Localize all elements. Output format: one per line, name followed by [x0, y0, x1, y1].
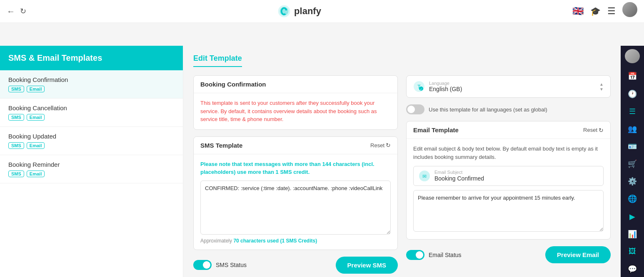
sms-info-text: Please note that text messages with more… [200, 160, 391, 176]
sms-template-header: SMS Template Reset ↻ [194, 137, 397, 154]
sms-badge: SMS [8, 142, 24, 149]
email-template-desc: Edit email subject & body text below. By… [413, 145, 604, 161]
sms-char-num: 70 [233, 238, 239, 244]
email-template-body: Edit email subject & body text below. By… [407, 139, 610, 239]
edit-template-title: Edit Template [193, 54, 242, 67]
badge-row: SMS Email [8, 142, 175, 149]
sidebar-item-booking-cancellation[interactable]: Booking Cancellation SMS Email [0, 99, 183, 127]
sidebar-title: SMS & Email Templates [8, 53, 102, 62]
topbar: ← ↻ planfy 🇬🇧 🎓 ☰ [0, 0, 644, 23]
sms-footer: SMS Status Preview SMS [193, 257, 398, 274]
email-body-textarea[interactable]: Please remember to arrive for your appoi… [413, 190, 604, 232]
chat-icon[interactable]: 💬 [624, 261, 641, 277]
sms-badge: SMS [8, 114, 24, 121]
user-avatar[interactable] [625, 49, 640, 63]
graduation-icon[interactable]: 🎓 [590, 6, 601, 16]
brand-name: planfy [294, 6, 321, 17]
email-badge: Email [27, 171, 45, 177]
email-status-row: Email Status [406, 250, 462, 260]
clock-icon[interactable]: 🕐 [624, 86, 641, 101]
svg-point-2 [285, 9, 287, 11]
left-panel: Booking Confirmation This template is se… [193, 75, 398, 274]
image-icon[interactable]: 🖼 [624, 244, 641, 260]
booking-confirmation-title: Booking Confirmation [200, 81, 266, 88]
sms-status-label: SMS Status [216, 262, 247, 268]
email-template-card: Email Template Reset ↻ Edit email subjec… [406, 121, 611, 240]
globe-icon[interactable]: 🌐 [624, 191, 641, 207]
email-footer: Email Status Preview Email [406, 246, 611, 263]
back-button[interactable]: ← [7, 7, 15, 16]
email-subject-box: ✉ Email Subject Booking Confirmed [413, 166, 604, 186]
email-subject-icon: ✉ [419, 170, 430, 182]
brand: planfy [277, 5, 321, 18]
svg-text:✉: ✉ [422, 173, 427, 179]
sms-template-title: SMS Template [200, 142, 242, 149]
right-sidebar: 📅 🕐 ☰ 👥 🪪 🛒 ⚙️ 🌐 ▶ 📊 🖼 💬 [621, 46, 644, 277]
email-badge: Email [27, 86, 45, 92]
refresh-button[interactable]: ↻ [20, 7, 26, 16]
sms-badge: SMS [8, 171, 24, 177]
booking-confirmation-body: This template is sent to your customers … [194, 93, 397, 129]
email-reset-button[interactable]: Reset ↻ [583, 127, 604, 134]
booking-confirmation-card: Booking Confirmation This template is se… [193, 75, 398, 130]
sidebar-item-booking-updated[interactable]: Booking Updated SMS Email [0, 127, 183, 155]
planfy-logo-icon [277, 5, 291, 18]
email-template-header: Email Template Reset ↻ [407, 121, 610, 139]
email-status-toggle[interactable] [406, 250, 424, 260]
email-subject-value: Booking Confirmed [434, 175, 484, 182]
sidebar-header: SMS & Email Templates [0, 46, 183, 70]
sidebar-item-label: Booking Confirmation [8, 76, 175, 83]
sidebar-item-label: Booking Updated [8, 133, 175, 140]
sms-template-card: SMS Template Reset ↻ Please note that te… [193, 136, 398, 250]
language-label: Language [429, 81, 462, 86]
badge-row: SMS Email [8, 114, 175, 121]
booking-confirmation-desc: This template is sent to your customers … [200, 99, 391, 124]
users-icon[interactable]: 👥 [624, 121, 641, 137]
sidebar-item-label: Booking Cancellation [8, 104, 175, 111]
list-icon[interactable]: ☰ [624, 104, 641, 119]
language-value: English (GB) [429, 86, 462, 92]
right-panel: T ✓ Language English (GB) ▲ ▼ [406, 75, 611, 274]
booking-confirmation-header: Booking Confirmation [194, 76, 397, 93]
menu-icon[interactable]: ☰ [607, 6, 616, 17]
cart-icon[interactable]: 🛒 [624, 156, 641, 172]
flag-icon[interactable]: 🇬🇧 [572, 6, 584, 17]
preview-email-button[interactable]: Preview Email [545, 246, 611, 263]
language-box: T ✓ Language English (GB) ▲ ▼ [406, 75, 611, 98]
email-badge: Email [27, 114, 45, 121]
main-content: Edit Template Booking Confirmation This … [183, 46, 621, 277]
email-subject-label: Email Subject [434, 170, 484, 175]
sms-textarea[interactable]: CONFIRMED: :service (:time :date). :acco… [200, 181, 391, 235]
global-toggle-label: Use this template for all languages (set… [429, 106, 547, 113]
sms-badge: SMS [8, 86, 24, 92]
svg-text:✓: ✓ [420, 88, 422, 91]
sms-status-toggle[interactable] [193, 260, 212, 270]
gear-icon[interactable]: ⚙️ [624, 173, 641, 189]
sms-template-body: Please note that text messages with more… [194, 154, 397, 250]
chart-icon[interactable]: 📊 [624, 226, 641, 242]
preview-sms-button[interactable]: Preview SMS [336, 257, 398, 274]
sidebar-item-booking-reminder[interactable]: Booking Reminder SMS Email [0, 155, 183, 183]
sms-reset-button[interactable]: Reset ↻ [370, 142, 391, 148]
badge-row: SMS Email [8, 171, 175, 177]
email-badge: Email [27, 142, 45, 149]
sms-char-limit: 144 [322, 161, 332, 167]
id-card-icon[interactable]: 🪪 [624, 138, 641, 154]
global-toggle-row: Use this template for all languages (set… [406, 104, 611, 114]
calendar-icon[interactable]: 📅 [624, 68, 641, 84]
left-sidebar: SMS & Email Templates Booking Confirmati… [0, 46, 183, 277]
language-arrows[interactable]: ▲ ▼ [599, 82, 604, 92]
sms-char-count: Approximately 70 characters used (1 SMS … [200, 238, 391, 244]
email-template-title: Email Template [413, 126, 459, 134]
avatar[interactable] [622, 2, 637, 17]
sms-status-row: SMS Status [193, 260, 247, 270]
sidebar-item-booking-confirmation[interactable]: Booking Confirmation SMS Email [0, 70, 183, 99]
badge-row: SMS Email [8, 86, 175, 92]
global-toggle[interactable] [406, 104, 424, 114]
language-icon: T ✓ [413, 81, 425, 92]
email-status-label: Email Status [429, 252, 462, 258]
sidebar-item-label: Booking Reminder [8, 161, 175, 168]
send-icon[interactable]: ▶ [624, 208, 641, 224]
